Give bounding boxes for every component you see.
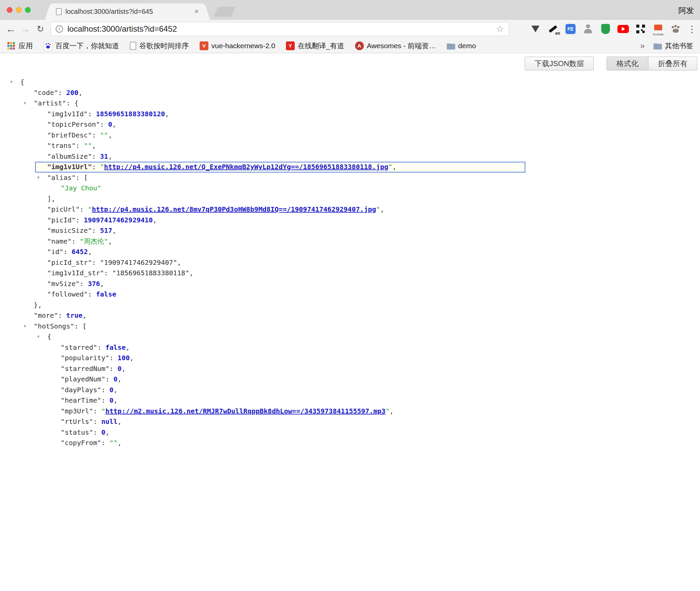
translate-pen-icon[interactable]: en xyxy=(544,21,562,37)
bookmark-vue-hackernews[interactable]: Vvue-hackernews-2.0 xyxy=(200,41,275,50)
json-token-p: : xyxy=(88,110,96,118)
json-token-kw: null xyxy=(101,417,117,426)
minimize-window-button[interactable] xyxy=(16,7,22,13)
json-token-kw: false xyxy=(96,290,116,298)
other-bookmarks-folder[interactable]: 其他书签 xyxy=(653,41,693,51)
json-token-p: : [ xyxy=(76,174,88,182)
zoom-window-button[interactable] xyxy=(25,7,31,13)
browser-menu-button[interactable] xyxy=(686,22,698,36)
close-window-button[interactable] xyxy=(7,7,12,13)
json-token-p: , xyxy=(177,258,181,267)
json-token-p: : xyxy=(101,439,109,447)
json-token-strq: " xyxy=(88,205,92,213)
expander-triangle-icon[interactable]: ▼ xyxy=(24,98,26,109)
json-token-num: 0 xyxy=(108,120,112,128)
json-token-key: "picUrl" xyxy=(47,205,80,213)
tab-close-icon[interactable] xyxy=(194,7,199,15)
baidu-paw-icon xyxy=(43,41,52,50)
json-token-p: , xyxy=(153,216,157,224)
json-token-p: : xyxy=(101,396,109,404)
expander-triangle-icon[interactable]: ▼ xyxy=(10,77,12,88)
profile-silhouette-icon[interactable] xyxy=(579,21,597,37)
url-text[interactable]: localhost:3000/artists?id=6452 xyxy=(67,24,496,34)
json-token-num: 18569651883380120 xyxy=(96,110,165,118)
json-token-key: "artist" xyxy=(34,99,66,107)
format-button[interactable]: 格式化 xyxy=(607,57,648,70)
bookmark-star-icon[interactable] xyxy=(496,25,504,34)
json-token-p: : xyxy=(100,120,108,128)
json-line: "dayPlays": 0, xyxy=(0,385,700,396)
back-button[interactable] xyxy=(4,22,18,36)
json-token-p: : xyxy=(63,248,71,256)
json-token-str: "Jay Chou" xyxy=(61,184,101,192)
json-token-p: , xyxy=(108,237,112,245)
json-token-p: : xyxy=(58,89,66,97)
json-url-link[interactable]: http://p4.music.126.net/8mv7qP30Pd3oHW8b… xyxy=(92,205,376,213)
json-token-key: "playedNum" xyxy=(61,375,105,383)
bookmark-youdao-translate[interactable]: Y在线翻译_有道 xyxy=(286,41,344,51)
json-line: "Jay Chou" xyxy=(0,183,700,194)
player-extension-icon xyxy=(654,25,662,30)
json-url-link[interactable]: http://m2.music.126.net/RMJR7wDullRqppBk… xyxy=(105,407,385,415)
youtube-icon[interactable] xyxy=(614,21,632,37)
profile-name[interactable]: 阿发 xyxy=(678,5,694,16)
json-line: "musicSize": 517, xyxy=(0,225,700,236)
forward-button[interactable] xyxy=(19,22,32,36)
json-token-key: "copyFrom" xyxy=(61,439,101,447)
json-token-p: : xyxy=(93,407,101,415)
json-token-p: : xyxy=(110,354,118,362)
bookmark-baidu[interactable]: 百度一下，你就知道 xyxy=(43,41,119,51)
new-tab-button[interactable] xyxy=(213,7,235,17)
json-token-p: , xyxy=(189,269,193,277)
green-shield-icon[interactable] xyxy=(597,21,614,37)
paw-icon[interactable] xyxy=(667,21,684,37)
json-token-key: "status" xyxy=(61,428,93,436)
json-token-key: "code" xyxy=(34,89,58,97)
collapse-all-button[interactable]: 折叠所有 xyxy=(648,57,697,70)
json-url-link[interactable]: http://p4.music.126.net/Q_ExePNkmqB2yWyL… xyxy=(104,163,388,171)
bookmark-apps[interactable]: 应用 xyxy=(7,41,33,51)
fe-extension-icon[interactable]: FE xyxy=(562,21,579,37)
json-token-p: , xyxy=(83,311,87,319)
json-token-p: : { xyxy=(66,99,78,107)
json-token-plain: "19097417462929407" xyxy=(100,258,177,267)
json-line: ▼"artist": { xyxy=(0,98,700,109)
bookmark-google-time-sort[interactable]: 谷歌按时间排序 xyxy=(130,41,189,51)
json-token-p: : xyxy=(93,417,101,426)
fe-extension-icon-label: FE xyxy=(567,26,574,32)
bookmark-awesomes[interactable]: AAwesomes - 前端资… xyxy=(355,41,436,51)
json-token-key: "picId_str" xyxy=(47,258,92,267)
json-line: "briefDesc": "", xyxy=(0,130,700,141)
expander-triangle-icon[interactable]: ▼ xyxy=(37,173,39,183)
json-token-key: "mp3Url" xyxy=(61,407,93,415)
json-token-key: "hotSongs" xyxy=(34,322,74,330)
bookmark-label: 谷歌按时间排序 xyxy=(139,41,189,51)
download-json-button[interactable]: 下载JSON数据 xyxy=(525,57,594,70)
json-token-num: 200 xyxy=(66,89,78,97)
json-line: ▼"alias": [ xyxy=(0,173,700,183)
expander-triangle-icon[interactable]: ▼ xyxy=(24,321,26,332)
vimium-icon[interactable] xyxy=(527,21,544,37)
json-token-kw: false xyxy=(105,343,125,351)
expander-triangle-icon[interactable]: ▼ xyxy=(37,332,39,342)
json-token-p: , xyxy=(105,428,109,436)
json-token-p: : xyxy=(58,311,66,319)
player-extension-icon[interactable]: PLAYER xyxy=(649,21,667,37)
qr-code-icon[interactable] xyxy=(632,21,649,37)
json-token-p: : xyxy=(88,290,96,298)
address-bar[interactable]: localhost:3000/artists?id=6452 xyxy=(51,22,509,36)
json-line: ▼{ xyxy=(0,77,700,88)
other-bookmarks-label: 其他书签 xyxy=(665,41,693,51)
bookmarks-overflow-chevron-icon[interactable]: » xyxy=(640,41,645,51)
json-token-p: : xyxy=(104,269,112,277)
bookmark-label: vue-hackernews-2.0 xyxy=(211,42,275,50)
json-viewer-controls: 下载JSON数据 格式化 折叠所有 xyxy=(525,57,697,70)
active-tab[interactable]: localhost:3000/artists?id=645 xyxy=(51,3,204,20)
json-line: "trans": "", xyxy=(0,141,700,151)
page-info-icon[interactable] xyxy=(56,25,63,33)
json-token-key: "trans" xyxy=(47,142,76,150)
json-token-key: "starredNum" xyxy=(61,365,110,373)
json-token-p: , xyxy=(130,354,134,362)
reload-button[interactable] xyxy=(34,22,47,36)
bookmark-demo[interactable]: demo xyxy=(447,42,476,50)
